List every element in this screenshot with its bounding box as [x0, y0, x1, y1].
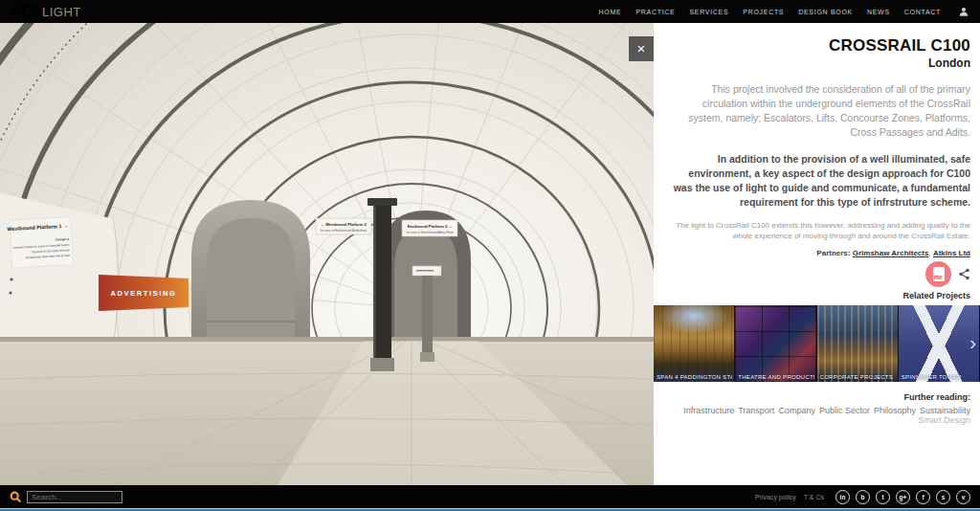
tag-infrastructure[interactable]: Infrastructure: [683, 406, 734, 415]
pdf-document-icon: PDF: [933, 267, 945, 281]
tag-transport[interactable]: Transport: [738, 406, 774, 415]
project-actions: PDF: [669, 261, 970, 287]
search-area: [10, 491, 122, 503]
floor: [0, 335, 654, 485]
search-icon[interactable]: [10, 491, 22, 503]
facebook-icon[interactable]: f: [916, 490, 930, 504]
footer-right: Privacy policy T & Cs in b t g+ f s v: [755, 490, 970, 504]
wall-dot-2: [9, 291, 11, 294]
pdf-badge-label: PDF: [934, 275, 943, 281]
close-button[interactable]: ×: [629, 36, 654, 61]
further-reading-heading: Further reading:: [669, 392, 970, 402]
tag-philosophy[interactable]: Philosophy: [874, 406, 916, 415]
partner-link-grimshaw[interactable]: Grimshaw Architects: [853, 249, 929, 257]
project-intro: This project involved the consideration …: [669, 82, 970, 140]
related-project-caption: CORPORATE PROJECTS: [820, 374, 896, 380]
social-links: in b t g+ f s v: [835, 490, 970, 504]
partner-link-atkins[interactable]: Atkins Ltd: [933, 249, 970, 257]
center-sign-eastbound-title: Eastbound Platform 3 →: [408, 224, 452, 229]
related-project-caption: THEATRE AND PRODUCTION PROJECTS: [738, 374, 813, 380]
center-sign-eastbound-sub: for trains to Shenfield and Abbey Wood: [407, 231, 454, 234]
bottom-bar: Privacy policy T & Cs in b t g+ f s v: [0, 485, 980, 508]
twitter-icon[interactable]: t: [876, 490, 890, 504]
advertising-banner-label: ADVERTISING: [111, 289, 177, 298]
google-plus-icon[interactable]: g+: [896, 490, 910, 504]
skype-icon[interactable]: s: [936, 490, 950, 504]
brand-logo-light: LIGHT: [42, 5, 81, 19]
privacy-policy-link[interactable]: Privacy policy: [755, 494, 796, 500]
vimeo-icon[interactable]: v: [956, 490, 970, 504]
tag-public-sector[interactable]: Public Sector: [819, 406, 870, 415]
nav-contact[interactable]: CONTACT: [904, 9, 941, 15]
tunnel-render: ADVERTISING Westbound Platform 1 → Chang…: [0, 23, 654, 485]
related-project-caption: SPINNAKER TOWER: [902, 374, 977, 380]
project-note: The light to CrossRail C100 extends this…: [669, 220, 970, 241]
tag-smart-design[interactable]: Smart Design: [918, 415, 970, 425]
center-sign-westbound: ← Westbound Platform 2 for trains to Hea…: [316, 218, 371, 234]
download-pdf-button[interactable]: PDF: [925, 261, 951, 287]
nav-news[interactable]: NEWS: [867, 9, 890, 15]
nav-projects[interactable]: PROJECTS: [743, 9, 784, 15]
nav-home[interactable]: HOME: [599, 9, 622, 15]
share-icon: [958, 268, 970, 280]
behance-icon[interactable]: b: [856, 490, 870, 504]
brand-logo[interactable]: EQ2LIGHT: [11, 3, 81, 20]
related-project-theatre[interactable]: THEATRE AND PRODUCTION PROJECTS: [735, 305, 815, 382]
tag-list: Infrastructure Transport Company Public …: [669, 406, 970, 425]
related-project-paddington[interactable]: SPAN 4 PADDINGTON STATION: [654, 305, 734, 382]
page: EQ2LIGHT HOME PRACTICE SERVICES PROJECTS…: [0, 0, 980, 511]
center-sign-eastbound: Eastbound Platform 3 → for trains to She…: [402, 220, 457, 236]
main-content: ADVERTISING Westbound Platform 1 → Chang…: [0, 23, 980, 485]
project-hero-image: ADVERTISING Westbound Platform 1 → Chang…: [0, 23, 654, 485]
related-projects-heading: Related Projects: [669, 291, 970, 300]
partners-label: Partners:: [816, 249, 850, 257]
top-bar: EQ2LIGHT HOME PRACTICE SERVICES PROJECTS…: [0, 0, 980, 23]
terms-link[interactable]: T & Cs: [804, 494, 824, 500]
tag-sustainability[interactable]: Sustainability: [920, 406, 970, 415]
center-sign-westbound-title: ← Westbound Platform 2: [321, 222, 367, 227]
project-panel: CROSSRAIL C100 London This project invol…: [654, 23, 980, 485]
center-sign-westbound-sub: for trains to Heathrow and Maidenhead: [321, 229, 368, 233]
nav-practice[interactable]: PRACTICE: [635, 9, 675, 15]
project-highlight: In addition to the provision of a well i…: [669, 152, 970, 210]
related-project-corporate[interactable]: CORPORATE PROJECTS: [817, 305, 898, 382]
project-location: London: [669, 56, 970, 70]
left-corridor-opening: [191, 200, 310, 339]
tag-company[interactable]: Company: [778, 406, 815, 415]
project-title: CROSSRAIL C100: [669, 36, 970, 56]
brand-logo-bold: EQ2: [11, 3, 42, 20]
wall-platform-sign: Westbound Platform 1 → Change at Liverpo…: [7, 217, 74, 268]
carousel-next-icon[interactable]: ›: [969, 333, 976, 352]
related-projects-carousel: SPAN 4 PADDINGTON STATION THEATRE AND PR…: [654, 305, 980, 382]
related-project-caption: SPAN 4 PADDINGTON STATION: [657, 374, 732, 380]
wall-sign-line-1: Change at: [56, 237, 70, 242]
main-nav: HOME PRACTICE SERVICES PROJECTS DESIGN B…: [599, 7, 969, 16]
nav-services[interactable]: SERVICES: [689, 9, 728, 15]
partners-line: Partners: Grimshaw Architects, Atkins Lt…: [669, 249, 970, 257]
wall-dot-1: [10, 278, 12, 280]
advertising-banner: ADVERTISING: [99, 275, 189, 311]
search-input[interactable]: [27, 491, 122, 503]
related-project-spinnaker[interactable]: SPINNAKER TOWER: [899, 305, 979, 382]
share-button[interactable]: [958, 268, 970, 280]
nav-design-book[interactable]: DESIGN BOOK: [798, 9, 853, 15]
user-account-icon[interactable]: [959, 7, 969, 16]
linkedin-icon[interactable]: in: [835, 490, 850, 504]
